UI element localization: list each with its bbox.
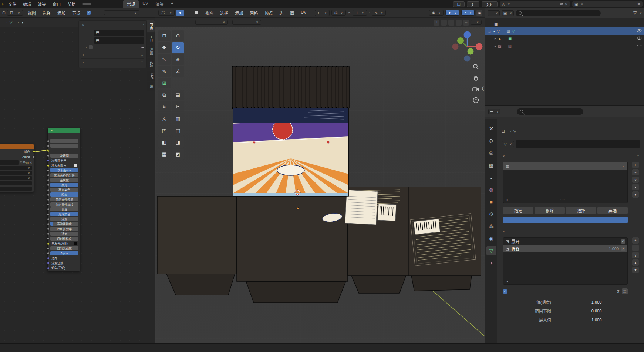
workspace-tab[interactable]: +	[168, 0, 177, 8]
node-output-socket[interactable]: Alpha	[0, 154, 30, 159]
bsdf-input-socket[interactable]: 高光	[50, 183, 78, 187]
base-color-socket[interactable]	[50, 149, 78, 153]
list-mini-button[interactable]: ▲	[632, 259, 639, 266]
xray-toggle[interactable]: ▣	[476, 10, 482, 16]
shape-key-row[interactable]: ⬔ 折叠 1.000 ✓	[503, 245, 627, 252]
principled-bsdf-node[interactable]: ∨ 次表面次表面半径次表面颜色次表面IOR次表面各向异性金属度高光高光染色糙度各…	[47, 128, 80, 272]
weight-slider[interactable]	[503, 217, 628, 223]
bsdf-input-socket[interactable]: IOR 折射率	[50, 227, 78, 231]
drag-mode-dropdown[interactable]: ∨	[232, 20, 261, 25]
sss-method-dropdown[interactable]	[50, 144, 78, 148]
node-label-field[interactable]: ⬒	[94, 37, 144, 44]
orientation-dropdown[interactable]: ∨	[195, 20, 228, 25]
menu-item[interactable]: 节点	[69, 9, 84, 17]
show-only-icon[interactable]: ⬚	[622, 288, 628, 294]
snap-target-dropdown[interactable]: ◎∨	[331, 10, 346, 16]
n-panel-tab[interactable]: 缘	[147, 82, 155, 91]
bsdf-input-socket[interactable]: 透射粗糙度	[50, 237, 78, 241]
mirror-icon[interactable]: ⌗	[434, 20, 439, 26]
menu-item[interactable]: 选择	[217, 9, 232, 17]
poly-build[interactable]: ▥	[172, 113, 184, 124]
menu-item[interactable]: 窗口	[49, 0, 64, 8]
visibility-eye-icon[interactable]	[637, 29, 642, 33]
workspace-tab[interactable]: UV	[139, 0, 152, 8]
tab-modifiers[interactable]: ⚙	[486, 209, 496, 218]
slot-dropdown[interactable]: ∨	[104, 10, 139, 15]
navigation-gizmo[interactable]	[449, 29, 485, 64]
pin-icon[interactable]: ⊼	[617, 289, 620, 294]
value-slider[interactable]: 0.000	[554, 308, 639, 314]
menu-item[interactable]: UV	[297, 9, 310, 17]
bsdf-input-socket[interactable]: 各向异性过滤	[50, 197, 78, 201]
tab-view-layer[interactable]: ▧	[486, 161, 496, 170]
n-panel-tab[interactable]: 选项	[147, 58, 155, 70]
use-nodes-toggle[interactable]: ✓	[87, 11, 92, 15]
menu-item[interactable]: 文件	[5, 0, 20, 8]
menu-item[interactable]: 面	[287, 9, 297, 17]
outliner-search[interactable]	[516, 10, 601, 16]
tab-render[interactable]: ⛭	[486, 136, 496, 145]
bsdf-input-socket[interactable]: Alpha	[50, 251, 78, 255]
outliner-display-dropdown[interactable]: ☰∨	[488, 10, 500, 16]
relative-checkbox[interactable]: ✓	[503, 289, 507, 294]
workspace-extra[interactable]	[115, 3, 122, 5]
bsdf-input-socket[interactable]: 各向异性旋转	[50, 202, 78, 207]
snap-base-icon[interactable]: ⊹	[463, 20, 469, 26]
menu-item[interactable]: 视图	[24, 9, 39, 17]
add-cube[interactable]: ⊞	[158, 78, 171, 88]
knife[interactable]: ✂	[172, 101, 184, 112]
bsdf-input-socket[interactable]: 光泽	[50, 207, 78, 211]
workspace-tab[interactable]: 渲染	[152, 0, 168, 8]
vertex-groups-list[interactable]: ▦ ⌐ ▸ ∷∷	[503, 162, 628, 203]
value-slider[interactable]: 1.000	[554, 299, 639, 305]
smooth[interactable]: ◱	[172, 125, 184, 136]
close-icon[interactable]: ✕	[565, 2, 568, 6]
bsdf-input-socket[interactable]: 糙度	[50, 192, 78, 197]
bsdf-input-socket[interactable]: 法向	[50, 256, 78, 260]
shape-key-checkbox[interactable]: ✓	[621, 247, 625, 251]
edge-slide[interactable]: ◧	[158, 137, 171, 148]
mesh-id-dropdown[interactable]: ▽∨	[502, 141, 514, 147]
list-mini-button[interactable]: +	[632, 162, 639, 168]
bsdf-input-socket[interactable]: 透射	[50, 232, 78, 236]
list-mini-button[interactable]: +	[632, 237, 639, 244]
expand-arrow-icon[interactable]: ▸	[495, 37, 496, 40]
bevel[interactable]: ⌗	[158, 101, 171, 112]
tab-physics[interactable]: ◉	[486, 234, 496, 243]
mode-dropdown[interactable]: ⬚∨	[158, 10, 175, 16]
expand-arrow-icon[interactable]: ▸	[494, 30, 495, 33]
annotate[interactable]: ✎	[158, 66, 171, 77]
pivot-dropdown[interactable]: ⌖∨	[315, 10, 330, 16]
extrude[interactable]: ⧉	[158, 90, 171, 100]
vertex-group-button[interactable]: 弃选	[597, 207, 628, 214]
loop-cut[interactable]: ◬	[158, 113, 171, 124]
menu-item[interactable]: 选择	[39, 9, 54, 17]
menu-item[interactable]: 添加	[232, 9, 246, 17]
n-panel-tab[interactable]: 视图	[147, 46, 155, 57]
shrink-fatten[interactable]: ◨	[172, 137, 184, 148]
color-checkbox[interactable]	[89, 45, 93, 49]
bsdf-input-socket[interactable]: 清漆法线	[50, 261, 78, 265]
overlays-dropdown[interactable]: ◔∨	[461, 10, 475, 16]
n-panel-tab[interactable]: 工具	[147, 33, 155, 45]
image-filename-field[interactable]	[0, 160, 19, 165]
section-texture-mapping[interactable]: ›∷	[81, 58, 144, 66]
bsdf-input-socket[interactable]: 清漆粗糙度	[50, 222, 78, 226]
ortho-grid-icon[interactable]	[471, 95, 480, 104]
list-mini-button[interactable]: ▲	[632, 184, 639, 190]
rotate[interactable]: ↻	[172, 42, 184, 53]
image-node-header[interactable]	[0, 144, 34, 149]
node-editor-icon[interactable]: ⬡	[2, 11, 6, 15]
zoom-icon[interactable]	[471, 62, 480, 71]
n-panel-tab[interactable]: 节点	[147, 20, 155, 32]
fake-user-icon[interactable]: ♡	[20, 161, 23, 164]
shape-key-checkbox[interactable]: ✓	[621, 239, 625, 244]
tab-object[interactable]: ■	[486, 197, 496, 206]
shear[interactable]: ▦	[158, 149, 171, 160]
vertex-group-button[interactable]: 指定	[503, 207, 533, 214]
tab-particles[interactable]: ⁂	[486, 222, 496, 231]
shape-key-row[interactable]: ⬔ 展开 ✓	[503, 238, 627, 245]
spacer[interactable]	[172, 78, 184, 88]
bsdf-input-socket[interactable]: 次表面IOR	[50, 168, 78, 172]
options-dropdown[interactable]: ∨	[471, 20, 482, 25]
